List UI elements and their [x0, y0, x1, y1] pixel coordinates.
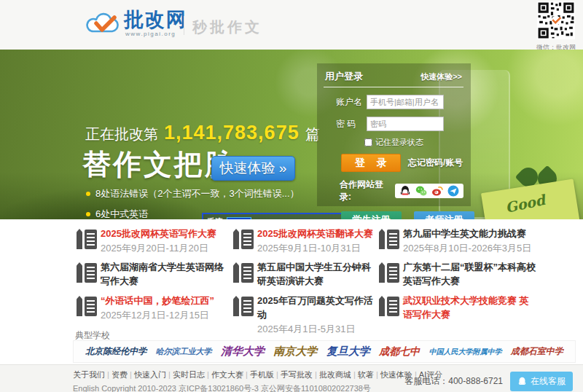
service-phone: 客服电话：400-888-6721 [404, 375, 503, 388]
contest-list: 2025批改网杯英语写作大赛2025年9月20日-11月20日 2025批改网杯… [75, 227, 578, 327]
site-url: www.pigai.org [124, 31, 187, 37]
account-input[interactable] [367, 95, 444, 109]
contest-item[interactable]: 广东第十二届“联盟杯”本科高校英语写作大赛 [377, 260, 567, 294]
footer-link[interactable]: 资费 [111, 370, 134, 379]
contest-item[interactable]: 2025批改网杯英语写作大赛2025年9月20日-11月20日 [75, 227, 232, 260]
school-logo[interactable]: 南京大学 [273, 345, 317, 358]
contest-date: 2025年9月1日-10月31日 [257, 242, 377, 255]
bullet-item: 8处语法错误（2个主谓不一致，3个词性错误...） [86, 187, 300, 200]
online-service-label: 在线客服 [531, 375, 566, 388]
contest-date: 2025年9月20日-11月20日 [101, 242, 232, 255]
footer-link[interactable]: 作文大赛 [211, 370, 250, 379]
teacher-register-button[interactable]: 老师注册 [414, 211, 474, 219]
hero-banner: Good 正在批改第 1,141,783,675 篇 替作文把脉 快速体验 » … [0, 50, 583, 219]
partner-icons [395, 184, 463, 198]
contest-title[interactable]: 2025年百万同题英文写作活动 [257, 295, 373, 320]
wechat-qr-box: 微信：批改网 [535, 1, 577, 52]
school-logo[interactable]: 复旦大学 [326, 345, 370, 358]
pencil-paper-icon [75, 228, 97, 251]
contest-title[interactable]: 武汉职业技术大学技能竞赛 英语写作大赛 [403, 295, 529, 320]
qianliu-watermark: 千流 导航 QL qianliu.com [202, 213, 348, 219]
bullet-dot-icon [86, 192, 90, 196]
login-button-row: 登 录 忘记密码/账号 [341, 154, 463, 172]
online-service-button[interactable]: 在线客服 [510, 372, 573, 391]
wechat-icon[interactable] [415, 185, 427, 197]
pencil-paper-icon [232, 228, 254, 251]
contest-title[interactable]: 2025批改网杯英语翻译大赛 [257, 228, 373, 239]
contest-item[interactable]: 第五届中国大学生五分钟科研英语演讲大赛 [232, 260, 377, 294]
contest-date: 2025年12月1日-12月15日 [101, 309, 232, 322]
school-logo[interactable]: 成都石室中学 [511, 345, 563, 358]
password-label: 密 码 [336, 118, 365, 130]
school-logo[interactable]: 哈尔滨工业大学 [156, 346, 212, 357]
remember-row: 记住登录状态 [364, 137, 463, 148]
account-row: 账户名 [336, 95, 463, 109]
teacher-register-col: 老师注册 老师不会用,点击这里 [414, 211, 474, 219]
essay-counter: 正在批改第 1,141,783,675 篇 [85, 122, 320, 144]
header-divider [184, 16, 184, 35]
counter-number: 1,141,783,675 [164, 122, 300, 144]
contest-item[interactable]: 2025批改网杯英语翻译大赛2025年9月1日-10月31日 [232, 227, 377, 260]
pencil-paper-icon [75, 262, 97, 284]
site-footer: 关于我们资费快速入门实时日志作文大赛手机版手写批改批改商城软著快速体验AI评分 … [0, 364, 583, 392]
register-row: 学生注册 学生不会用,点击这里 老师注册 老师不会用,点击这里 [341, 211, 463, 219]
account-label: 账户名 [336, 96, 365, 109]
footer-link[interactable]: 软著 [358, 370, 380, 379]
password-row: 密 码 [336, 117, 463, 131]
pencil-paper-icon [377, 228, 399, 251]
paperplane-icon[interactable] [447, 185, 459, 197]
school-logo[interactable]: 清华大学 [221, 345, 265, 358]
weibo-icon[interactable] [431, 185, 443, 197]
school-logo[interactable]: 北京陈经伦中学 [85, 345, 146, 358]
pencil-paper-icon [232, 262, 254, 284]
bullet-dot-icon [86, 212, 90, 216]
watermark-site: qianliu.com [255, 218, 340, 220]
cloud-check-logo-icon [86, 12, 120, 36]
logo-text: 批改网 www.pigai.org [124, 10, 187, 37]
contest-item[interactable]: 2025年百万同题英文写作活动2025年4月1日-5月31日 [232, 294, 377, 327]
contest-title[interactable]: “外语话中国，妙笔绘江西” [101, 295, 214, 306]
footer-link[interactable]: 批改商城 [319, 370, 358, 379]
contest-item[interactable]: “外语话中国，妙笔绘江西”2025年12月1日-12月15日 [75, 294, 232, 327]
login-button[interactable]: 登 录 [341, 154, 401, 172]
quick-try-button[interactable]: 快速体验 » [211, 156, 295, 181]
contest-title[interactable]: 第九届中学生英文能力挑战赛 [403, 228, 526, 239]
pencil-paper-icon [75, 295, 97, 318]
bullet-text: 8处语法错误（2个主谓不一致，3个词性错误...） [95, 187, 300, 200]
footer-link[interactable]: 手写批改 [281, 370, 319, 379]
qq-service-icon [517, 377, 527, 386]
site-header: 批改网 www.pigai.org 秒批作文 [0, 0, 583, 50]
contest-title[interactable]: 第六届湖南省大学生英语网络写作大赛 [101, 262, 224, 286]
watermark-cn-text: 千流 导航 [207, 217, 223, 219]
login-panel: 用户登录 快速体验>> 账户名 密 码 记住登录状态 登 录 忘记密码/账号 合… [317, 63, 471, 206]
pencil-paper-icon [377, 262, 399, 284]
contest-title[interactable]: 第五届中国大学生五分钟科研英语演讲大赛 [257, 262, 371, 286]
school-logo[interactable]: 中国人民大学附属中学 [429, 347, 501, 357]
watermark-badge: QL [227, 217, 251, 220]
password-input[interactable] [367, 117, 444, 131]
remember-label: 记住登录状态 [375, 137, 423, 148]
bullet-text: 6处中式英语 [95, 208, 148, 219]
login-header: 用户登录 快速体验>> [324, 70, 463, 87]
footer-link[interactable]: 快速入门 [134, 370, 173, 379]
school-logo[interactable]: 成都七中 [379, 345, 420, 358]
contest-date: 2025年4月1日-5月31日 [257, 323, 377, 336]
partner-login-label: 合作网站登录: [340, 179, 394, 203]
pencil-paper-icon [377, 295, 399, 318]
remember-checkbox[interactable] [364, 138, 372, 146]
forgot-password-link[interactable]: 忘记密码/账号 [408, 157, 463, 169]
footer-link[interactable]: 实时日志 [173, 370, 211, 379]
footer-link[interactable]: 关于我们 [73, 370, 111, 379]
login-quick-try-link[interactable]: 快速体验>> [420, 71, 462, 82]
qq-icon[interactable] [399, 185, 411, 197]
contest-title[interactable]: 2025批改网杯英语写作大赛 [101, 228, 216, 239]
site-logo[interactable]: 批改网 www.pigai.org [86, 10, 187, 37]
footer-link[interactable]: 手机版 [250, 370, 281, 379]
contest-title[interactable]: 广东第十二届“联盟杯”本科高校英语写作大赛 [403, 262, 536, 286]
footer-right: 客服电话：400-888-6721 在线客服 [404, 372, 573, 391]
contest-item[interactable]: 武汉职业技术大学技能竞赛 英语写作大赛 [377, 294, 567, 327]
contest-item[interactable]: 第九届中学生英文能力挑战赛2025年8月10日-2026年3月5日 [377, 227, 567, 260]
contest-item[interactable]: 第六届湖南省大学生英语网络写作大赛 [75, 260, 232, 294]
student-register-button[interactable]: 学生注册 [341, 211, 402, 219]
contest-date: 2025年8月10日-2026年3月5日 [403, 242, 567, 255]
